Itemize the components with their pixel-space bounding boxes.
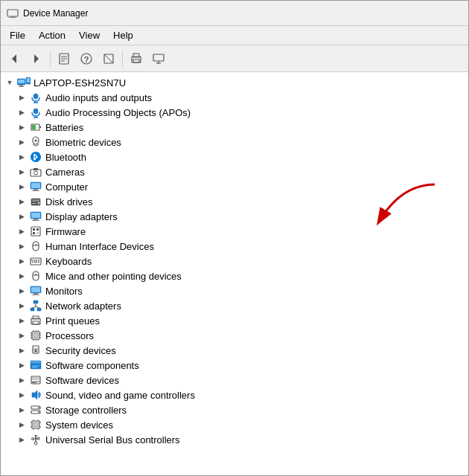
tree-item-software-components[interactable]: ▶ Software components xyxy=(1,358,468,373)
svg-rect-78 xyxy=(31,308,34,311)
bluetooth-label: Bluetooth xyxy=(45,152,86,163)
svg-rect-43 xyxy=(34,189,38,190)
svg-rect-70 xyxy=(33,271,39,280)
tree-item-biometric[interactable]: ▶ Biometric devices xyxy=(1,135,468,149)
tree-item-disk-drives[interactable]: ▶ Disk drives xyxy=(1,194,468,209)
tree-item-hid[interactable]: ▶ Human Interface Devices xyxy=(1,239,468,254)
svg-line-82 xyxy=(36,306,39,308)
tree-item-display-adapters[interactable]: ▶ Display adapters xyxy=(1,209,468,224)
audio-inputs-icon xyxy=(29,91,42,104)
network-expand[interactable]: ▶ xyxy=(16,300,28,312)
hid-label: Human Interface Devices xyxy=(45,241,154,252)
tree-item-system[interactable]: ▶ System devices xyxy=(1,417,468,432)
biometric-expand[interactable]: ▶ xyxy=(16,136,28,148)
tree-item-batteries[interactable]: ▶ Batteries xyxy=(1,120,468,135)
mice-expand[interactable]: ▶ xyxy=(16,270,28,282)
svg-rect-54 xyxy=(31,227,40,236)
svg-rect-87 xyxy=(34,333,38,338)
svg-rect-46 xyxy=(32,199,39,202)
svg-rect-109 xyxy=(32,377,39,380)
audio-processing-expand[interactable]: ▶ xyxy=(16,106,28,118)
tree-item-software-devices[interactable]: ▶ Software devices xyxy=(1,373,468,387)
computer-expand[interactable]: ▶ xyxy=(16,181,28,193)
cameras-expand[interactable]: ▶ xyxy=(16,166,28,178)
network-label: Network adapters xyxy=(45,300,121,312)
svg-rect-0 xyxy=(7,10,18,16)
toolbar-print-button[interactable] xyxy=(126,48,147,69)
display-label: Display adapters xyxy=(45,211,118,222)
menu-bar: File Action View Help xyxy=(1,26,468,45)
sw-devices-expand[interactable]: ▶ xyxy=(16,374,28,386)
svg-marker-3 xyxy=(12,54,16,63)
computer-label: Computer xyxy=(45,181,88,193)
tree-item-audio-inputs[interactable]: ▶ Audio inputs and outputs xyxy=(1,90,468,105)
processors-expand[interactable]: ▶ xyxy=(16,329,28,341)
firmware-expand[interactable]: ▶ xyxy=(16,225,28,237)
tree-item-mice[interactable]: ▶ Mice and other pointing devices xyxy=(1,268,468,283)
display-icon xyxy=(29,210,42,223)
tree-item-monitors[interactable]: ▶ Monitors xyxy=(1,283,468,298)
system-expand[interactable]: ▶ xyxy=(16,419,28,431)
disk-expand[interactable]: ▶ xyxy=(16,196,28,208)
batteries-icon xyxy=(29,120,42,134)
svg-rect-2 xyxy=(9,17,16,18)
hid-expand[interactable]: ▶ xyxy=(16,240,28,252)
sound-expand[interactable]: ▶ xyxy=(16,389,28,401)
toolbar-help-button[interactable]: ? xyxy=(76,48,97,69)
toolbar-monitor-button[interactable] xyxy=(148,48,169,69)
tree-item-processors[interactable]: ▶ Proces xyxy=(1,328,468,343)
svg-text:?: ? xyxy=(84,54,89,63)
menu-view[interactable]: View xyxy=(73,28,106,42)
tree-item-cameras[interactable]: ▶ Cameras xyxy=(1,164,468,179)
tree-item-sound[interactable]: ▶ Sound, video and game controllers xyxy=(1,387,468,402)
tree-item-audio-processing[interactable]: ▶ Audio Processing Objects (APOs) xyxy=(1,105,468,120)
sw-devices-label: Software devices xyxy=(45,375,119,386)
toolbar-forward-button[interactable] xyxy=(26,48,47,69)
svg-rect-79 xyxy=(37,308,41,311)
bluetooth-expand[interactable]: ▶ xyxy=(16,151,28,163)
svg-line-12 xyxy=(104,54,113,63)
svg-rect-33 xyxy=(32,125,36,129)
keyboards-expand[interactable]: ▶ xyxy=(16,255,28,267)
audio-inputs-expand[interactable]: ▶ xyxy=(16,91,28,103)
audio-processing-label: Audio Processing Objects (APOs) xyxy=(45,107,191,118)
mice-icon xyxy=(29,269,42,283)
security-icon xyxy=(29,344,42,357)
menu-help[interactable]: Help xyxy=(107,28,139,42)
toolbar-properties-button[interactable] xyxy=(54,48,74,69)
svg-rect-103 xyxy=(36,348,36,350)
tree-item-keyboards[interactable]: ▶ Keyboards xyxy=(1,254,468,268)
svg-rect-32 xyxy=(39,126,41,128)
sw-components-expand[interactable]: ▶ xyxy=(16,359,28,371)
tree-item-print[interactable]: ▶ Print queues xyxy=(1,313,468,328)
toolbar-back-button[interactable] xyxy=(4,48,25,69)
display-expand[interactable]: ▶ xyxy=(16,210,28,222)
batteries-expand[interactable]: ▶ xyxy=(16,121,28,133)
tree-item-security[interactable]: ▶ Security devices xyxy=(1,343,468,358)
security-expand[interactable]: ▶ xyxy=(16,344,28,356)
tree-item-computer[interactable]: ▶ Computer xyxy=(1,179,468,194)
monitors-expand[interactable]: ▶ xyxy=(16,285,28,297)
title-bar: Device Manager xyxy=(1,1,468,26)
svg-rect-65 xyxy=(36,260,37,261)
sound-label: Sound, video and game controllers xyxy=(45,390,195,401)
tree-item-usb[interactable]: ▶ Universal Serial Bus controllers xyxy=(1,432,468,447)
svg-rect-52 xyxy=(32,220,39,221)
usb-label: Universal Serial Bus controllers xyxy=(45,434,180,446)
root-expand[interactable]: ▼ xyxy=(4,77,16,89)
toolbar: ? xyxy=(1,45,468,72)
usb-expand[interactable]: ▶ xyxy=(16,434,28,446)
print-expand[interactable]: ▶ xyxy=(16,315,28,327)
tree-root[interactable]: ▼ LAPTOP-ESH2SN7U xyxy=(1,75,468,90)
biometric-label: Biometric devices xyxy=(45,137,121,148)
svg-rect-118 xyxy=(34,422,38,427)
toolbar-stop-button[interactable] xyxy=(98,48,119,69)
tree-item-bluetooth[interactable]: ▶ Bluetooth xyxy=(1,149,468,164)
menu-file[interactable]: File xyxy=(4,28,31,42)
svg-point-47 xyxy=(38,202,40,205)
storage-expand[interactable]: ▶ xyxy=(16,404,28,416)
tree-item-network[interactable]: ▶ Network adapters xyxy=(1,298,468,313)
tree-item-firmware[interactable]: ▶ Firmware xyxy=(1,224,468,239)
menu-action[interactable]: Action xyxy=(33,28,71,42)
tree-item-storage[interactable]: ▶ Storage controllers xyxy=(1,402,468,417)
